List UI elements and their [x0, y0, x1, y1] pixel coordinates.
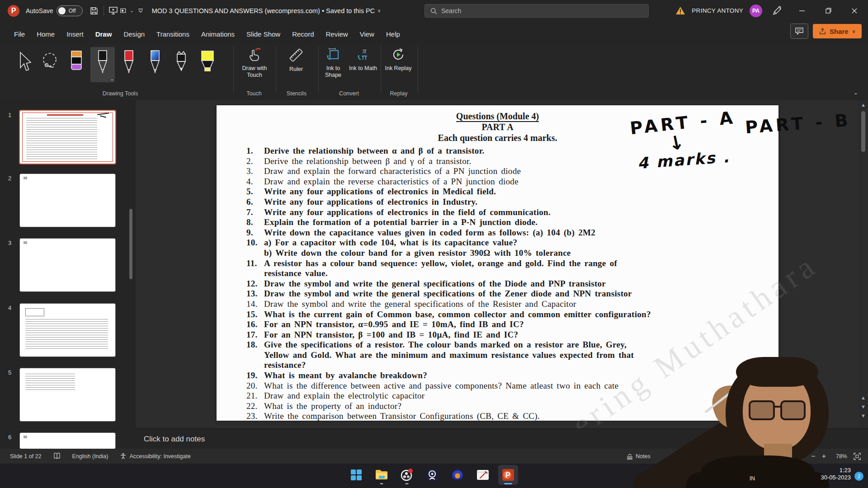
- next-slide-icon[interactable]: ▼: [859, 404, 868, 409]
- start-slideshow-button[interactable]: [107, 4, 120, 18]
- slide-thumbnail-4[interactable]: [20, 304, 115, 357]
- notes-toggle-button[interactable]: Notes: [626, 453, 651, 460]
- pen-red-button[interactable]: [117, 47, 141, 82]
- powerpoint-app[interactable]: P: [498, 465, 518, 485]
- notes-pane[interactable]: Click to add notes: [136, 428, 868, 449]
- spellcheck-book-icon: [53, 453, 61, 460]
- close-button[interactable]: [844, 0, 864, 21]
- slide-thumbnail-2[interactable]: [20, 174, 115, 227]
- save-button[interactable]: [87, 4, 101, 18]
- select-tool-button[interactable]: [12, 47, 36, 82]
- spellcheck-button[interactable]: [53, 453, 61, 460]
- question-8: 8.Explain the formation of a potential b…: [246, 217, 771, 228]
- customize-quick-access-button[interactable]: [134, 4, 147, 18]
- taskbar-clock[interactable]: 1:23 30-05-2023: [821, 467, 851, 481]
- pen-black-button[interactable]: ⌄: [90, 47, 115, 82]
- restore-button[interactable]: [818, 0, 838, 21]
- pencil-button[interactable]: [169, 47, 193, 82]
- camera-app[interactable]: [422, 465, 442, 485]
- draw-with-touch-button[interactable]: Draw with Touch: [235, 47, 274, 79]
- question-text: For an NPN transistor, β =100 and IB = 1…: [264, 330, 518, 340]
- zoom-in-button[interactable]: +: [822, 452, 826, 460]
- comments-button[interactable]: [790, 23, 808, 39]
- vertical-scrollbar[interactable]: ▲ ▲ ▼ ▼: [859, 100, 868, 428]
- ink-pen-icon[interactable]: [772, 6, 782, 16]
- file-explorer[interactable]: [372, 465, 392, 485]
- search-input[interactable]: Search: [425, 4, 649, 18]
- question-number: 8.: [246, 217, 264, 228]
- slide-thumbnail-6[interactable]: [20, 433, 115, 449]
- tab-draw[interactable]: Draw: [90, 28, 118, 41]
- tab-record[interactable]: Record: [286, 28, 320, 41]
- group-label-convert: Convert: [318, 90, 380, 97]
- tab-review[interactable]: Review: [320, 28, 354, 41]
- ink-to-math-icon: π: [355, 47, 371, 62]
- zoom-level[interactable]: 78%: [836, 453, 847, 460]
- scrollbar-thumb[interactable]: [861, 111, 865, 152]
- slide-indicator[interactable]: Slide 1 of 22: [10, 453, 42, 460]
- whiteboard-app[interactable]: [473, 465, 493, 485]
- slide-thumbnail-1[interactable]: [20, 111, 115, 164]
- question-number: 15.: [246, 310, 264, 320]
- tab-slide-show[interactable]: Slide Show: [241, 28, 286, 41]
- ruler-button[interactable]: Ruler: [277, 47, 316, 73]
- minimize-button[interactable]: [792, 0, 812, 21]
- powerpoint-logo-icon[interactable]: P: [8, 5, 19, 17]
- tab-transitions[interactable]: Transitions: [151, 28, 195, 41]
- group-label-stencils: Stencils: [276, 90, 317, 97]
- tab-design[interactable]: Design: [118, 28, 151, 41]
- tab-file[interactable]: File: [8, 28, 31, 41]
- slide-thumbnail-3[interactable]: [20, 239, 115, 291]
- obs-studio[interactable]: [397, 465, 417, 485]
- taskbar-language-indicator[interactable]: IN: [750, 475, 755, 482]
- chevron-down-icon[interactable]: ⌄: [110, 76, 114, 81]
- accessibility-status[interactable]: Accessibility: Investigate: [120, 453, 190, 460]
- highlighter-button[interactable]: [195, 47, 220, 82]
- zoom-out-button[interactable]: −: [811, 452, 815, 460]
- audio-app[interactable]: [448, 465, 467, 485]
- ink-to-shape-button[interactable]: Ink to Shape: [319, 47, 347, 79]
- thumbnail-scrollbar[interactable]: [129, 209, 132, 279]
- autosave-control[interactable]: AutoSave Off: [26, 5, 83, 16]
- scroll-up-icon[interactable]: ▲: [859, 102, 868, 108]
- tab-home[interactable]: Home: [31, 28, 61, 41]
- tab-help[interactable]: Help: [380, 28, 406, 41]
- notification-badge[interactable]: 2: [854, 472, 863, 481]
- user-name[interactable]: PRINCY ANTONY: [692, 7, 743, 14]
- collapse-ribbon-button[interactable]: ⌄: [854, 89, 858, 96]
- chevron-down-icon[interactable]: ∨: [377, 8, 381, 13]
- tab-animations[interactable]: Animations: [195, 28, 241, 41]
- search-placeholder: Search: [441, 7, 461, 14]
- question-text: Draw and explain the electrolytic capaci…: [264, 391, 425, 401]
- question-5: 5.Write any four applications of electro…: [246, 187, 771, 197]
- avatar[interactable]: PA: [750, 5, 762, 17]
- print-preview-button[interactable]: ⌄: [120, 4, 134, 18]
- slide-thumbnail-5[interactable]: [20, 368, 115, 421]
- warning-icon[interactable]: [675, 6, 685, 15]
- taskbar-date: 30-05-2023: [821, 474, 851, 481]
- draw-with-touch-label: Draw with Touch: [235, 65, 274, 79]
- comment-icon: [795, 28, 803, 35]
- pen-galaxy-button[interactable]: [143, 47, 167, 82]
- language-indicator[interactable]: English (India): [72, 453, 108, 460]
- eraser-button[interactable]: [64, 47, 89, 82]
- start-button[interactable]: [346, 465, 366, 485]
- ink-to-math-button[interactable]: π Ink to Math: [349, 47, 377, 72]
- previous-slide-icon[interactable]: ▲: [859, 395, 868, 400]
- tab-view[interactable]: View: [354, 28, 380, 41]
- document-title[interactable]: MOD 3 QUESTIONS AND ANSWERS (wecompress.…: [152, 7, 375, 14]
- ribbon: ⌄ Drawing Tools Draw with Touch Touch Ru…: [0, 43, 868, 101]
- fit-slide-icon[interactable]: [854, 453, 861, 460]
- question-text: What is the current gain of Common base,…: [264, 310, 651, 320]
- autosave-toggle[interactable]: Off: [57, 5, 83, 16]
- touch-hand-icon: [247, 47, 262, 62]
- scroll-down-icon[interactable]: ▼: [859, 413, 868, 418]
- question-text: Draw the symbol and write the general sp…: [264, 299, 576, 310]
- tab-insert[interactable]: Insert: [61, 28, 90, 41]
- share-button[interactable]: Share ∨: [813, 24, 862, 38]
- question-11: 11.A resistor has a colour band sequence…: [246, 258, 771, 269]
- running-indicator: [380, 483, 383, 484]
- ink-replay-button[interactable]: Ink Replay: [382, 47, 414, 72]
- lasso-select-button[interactable]: [38, 47, 62, 82]
- question-number: 23.: [246, 411, 264, 422]
